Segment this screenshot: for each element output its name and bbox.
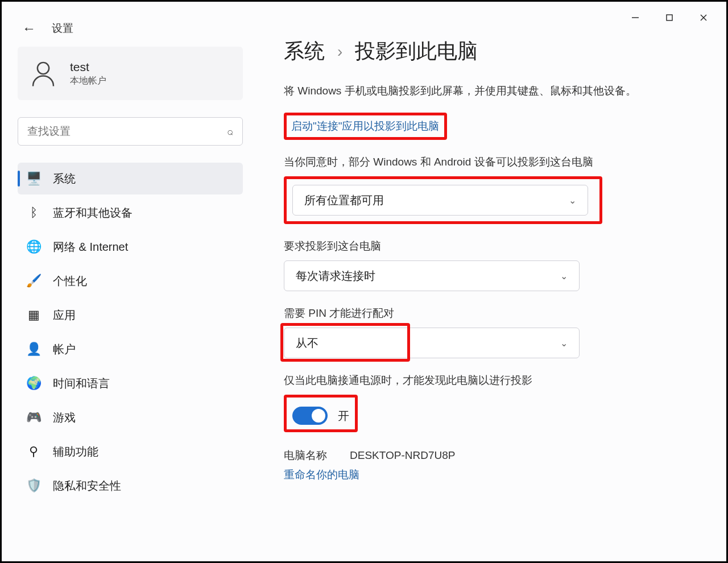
back-button[interactable]: ←: [22, 20, 36, 36]
pc-name-label: 电脑名称: [284, 448, 327, 463]
breadcrumb-root[interactable]: 系统: [284, 38, 325, 65]
accessibility-icon: ⚲: [26, 444, 42, 459]
globe-icon: 🌍: [26, 375, 42, 391]
consent-dropdown[interactable]: 所有位置都可用 ⌄: [292, 185, 588, 216]
sidebar-item-label: 个性化: [53, 274, 87, 289]
sidebar-item-label: 蓝牙和其他设备: [53, 205, 133, 221]
ask-value: 每次请求连接时: [296, 268, 375, 284]
power-label: 仅当此电脑接通电源时，才能发现此电脑以进行投影: [284, 373, 704, 388]
sidebar-item-label: 游戏: [53, 410, 76, 425]
apps-icon: ▦: [26, 307, 42, 323]
page-description: 将 Windows 手机或电脑投影到此屏幕，并使用其键盘、鼠标和其他设备。: [284, 82, 671, 99]
svg-rect-1: [667, 15, 672, 20]
nav-list: 🖥️系统ᛒ蓝牙和其他设备🌐网络 & Internet🖌️个性化▦应用👤帐户🌍时间…: [18, 163, 243, 502]
sidebar: test 本地帐户 ⌕ 🖥️系统ᛒ蓝牙和其他设备🌐网络 & Internet🖌️…: [2, 36, 252, 556]
sidebar-item-label: 系统: [53, 171, 76, 187]
sidebar-item-system[interactable]: 🖥️系统: [18, 163, 243, 194]
settings-window: ← 设置 test 本地帐户 ⌕ 🖥️系统ᛒ蓝牙和其他设备🌐网络 & Inter…: [0, 0, 728, 563]
maximize-button[interactable]: [652, 5, 686, 30]
sidebar-item-label: 帐户: [53, 342, 76, 357]
gamepad-icon: 🎮: [26, 409, 42, 425]
sidebar-item-label: 时间和语言: [53, 376, 110, 391]
ask-label: 要求投影到这台电脑: [284, 239, 704, 254]
sidebar-item-personalization[interactable]: 🖌️个性化: [18, 265, 243, 297]
pin-label: 需要 PIN 才能进行配对: [284, 306, 704, 321]
pin-value: 从不: [296, 336, 318, 351]
content-area: 系统 › 投影到此电脑 将 Windows 手机或电脑投影到此屏幕，并使用其键盘…: [252, 36, 726, 556]
highlight-consent-dropdown: 所有位置都可用 ⌄: [284, 176, 602, 224]
pc-name-value: DESKTOP-NRD7U8P: [350, 449, 455, 462]
breadcrumb-page: 投影到此电脑: [355, 38, 478, 65]
bluetooth-icon: ᛒ: [26, 205, 42, 221]
close-button[interactable]: [686, 5, 721, 30]
consent-label: 当你同意时，部分 Windows 和 Android 设备可以投影到这台电脑: [284, 155, 704, 169]
sidebar-item-privacy[interactable]: 🛡️隐私和安全性: [18, 470, 243, 502]
chevron-down-icon: ⌄: [560, 271, 568, 282]
breadcrumb: 系统 › 投影到此电脑: [284, 38, 704, 65]
search-icon: ⌕: [227, 126, 233, 138]
search-box[interactable]: ⌕: [18, 117, 243, 146]
sidebar-item-apps[interactable]: ▦应用: [18, 299, 243, 331]
highlight-launch-link: 启动"连接"应用以投影到此电脑: [284, 113, 447, 140]
toggle-state-label: 开: [338, 408, 349, 424]
wifi-icon: 🌐: [26, 239, 42, 255]
account-card[interactable]: test 本地帐户: [18, 47, 243, 100]
account-type: 本地帐户: [70, 75, 106, 87]
sidebar-item-timelang[interactable]: 🌍时间和语言: [18, 367, 243, 399]
pin-dropdown[interactable]: 从不 ⌄: [284, 328, 580, 358]
sidebar-item-label: 隐私和安全性: [53, 478, 121, 494]
brush-icon: 🖌️: [26, 273, 42, 289]
sidebar-item-accessibility[interactable]: ⚲辅助功能: [18, 436, 243, 467]
svg-point-4: [38, 63, 49, 74]
consent-value: 所有位置都可用: [304, 193, 384, 208]
header: ← 设置: [2, 20, 726, 36]
launch-connect-link[interactable]: 启动"连接"应用以投影到此电脑: [291, 120, 440, 132]
sidebar-item-bluetooth[interactable]: ᛒ蓝牙和其他设备: [18, 197, 243, 229]
sidebar-item-label: 应用: [53, 308, 76, 323]
chevron-right-icon: ›: [337, 43, 342, 61]
avatar-icon: [28, 58, 59, 89]
window-title: 设置: [52, 21, 73, 36]
minimize-button[interactable]: [618, 5, 652, 30]
toggle-knob: [312, 409, 325, 423]
search-input[interactable]: [27, 125, 227, 138]
rename-pc-link[interactable]: 重命名你的电脑: [284, 467, 704, 482]
sidebar-item-gaming[interactable]: 🎮游戏: [18, 401, 243, 433]
account-name: test: [70, 60, 106, 74]
pc-name-row: 电脑名称 DESKTOP-NRD7U8P: [284, 448, 704, 463]
power-toggle[interactable]: [292, 407, 328, 425]
sidebar-item-label: 网络 & Internet: [53, 239, 128, 255]
sidebar-item-label: 辅助功能: [53, 444, 98, 459]
shield-icon: 🛡️: [26, 478, 42, 494]
ask-dropdown[interactable]: 每次请求连接时 ⌄: [284, 260, 580, 291]
highlight-power-toggle: 开: [284, 395, 358, 432]
chevron-down-icon: ⌄: [560, 338, 568, 349]
sidebar-item-accounts[interactable]: 👤帐户: [18, 333, 243, 365]
person-icon: 👤: [26, 341, 42, 357]
system-icon: 🖥️: [26, 171, 42, 187]
chevron-down-icon: ⌄: [569, 195, 576, 206]
sidebar-item-network[interactable]: 🌐网络 & Internet: [18, 231, 243, 263]
